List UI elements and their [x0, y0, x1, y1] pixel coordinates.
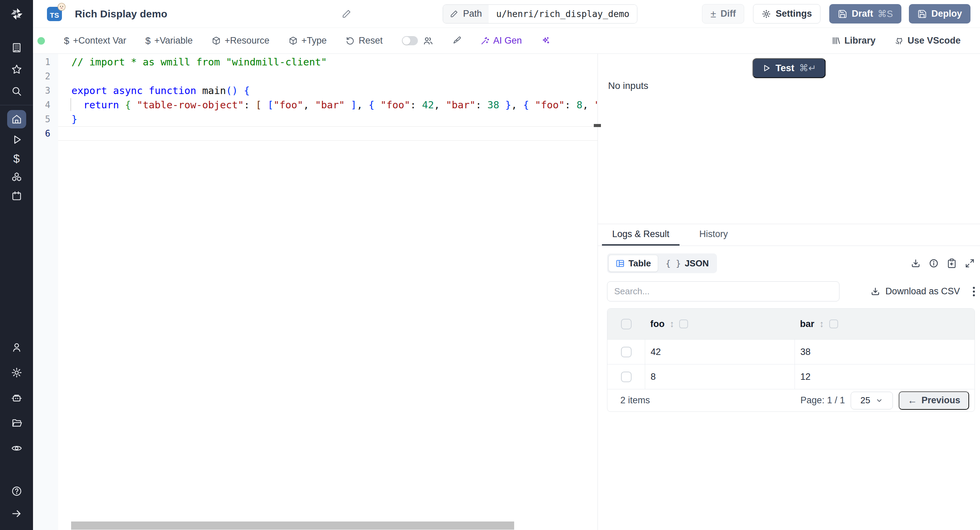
schedules-calendar-icon[interactable]: [9, 188, 24, 203]
reset-button[interactable]: Reset: [346, 35, 383, 46]
bar-filter-box[interactable]: [829, 319, 838, 328]
result-tabbar: Logs & Result History: [598, 224, 980, 246]
package-icon: [288, 36, 298, 45]
plus-minus-icon: ±: [711, 9, 716, 19]
workspaces-icon[interactable]: [9, 40, 24, 55]
column-header-foo: foo: [650, 319, 665, 329]
resources-cubes-icon[interactable]: [9, 170, 24, 185]
test-button[interactable]: Test ⌘↵: [752, 58, 826, 78]
editor-toolbar: $ +Context Var $ +Variable +Resource +Ty…: [33, 28, 980, 54]
table-menu-kebab-icon[interactable]: [973, 287, 975, 296]
dollar-icon: $: [145, 35, 151, 46]
gear-icon: [762, 9, 771, 19]
sparkles-icon: [541, 36, 550, 45]
code-editor[interactable]: 123456 // import * as wmill from "windmi…: [33, 54, 598, 530]
app-root: $: [0, 0, 980, 530]
status-dot: [37, 37, 45, 45]
user-icon[interactable]: [9, 340, 24, 355]
paintbrush-icon: [452, 36, 461, 45]
variables-dollar-icon[interactable]: $: [9, 151, 24, 166]
table-cell: 12: [795, 364, 975, 389]
table-row: 812: [608, 364, 975, 389]
settings-button[interactable]: Settings: [753, 4, 821, 24]
windmill-logo[interactable]: [0, 0, 33, 28]
row-checkbox[interactable]: [621, 347, 632, 357]
multiplayer-toggle[interactable]: [402, 36, 418, 45]
page-size-select[interactable]: 25: [851, 392, 893, 409]
foo-filter-box[interactable]: [679, 319, 688, 328]
run-section: Test ⌘↵ No inputs: [598, 54, 980, 224]
gutter: 123456: [33, 54, 58, 530]
diff-button[interactable]: ± Diff: [702, 4, 744, 24]
view-json-option[interactable]: { } JSON: [659, 255, 716, 272]
previous-page-button[interactable]: ← Previous: [899, 391, 969, 410]
sort-foo-icon[interactable]: ↕: [670, 319, 675, 329]
download-csv-button[interactable]: Download as CSV: [870, 286, 960, 297]
favorites-star-icon[interactable]: [9, 62, 24, 77]
sidebar-bottom-group: [9, 484, 24, 521]
code-lines: // import * as wmill from "windmill-clie…: [58, 54, 598, 530]
table-row: 4238: [608, 339, 975, 364]
add-type-button[interactable]: +Type: [288, 35, 327, 46]
runs-play-icon[interactable]: [9, 132, 24, 147]
reset-icon: [346, 36, 355, 45]
settings-gear-icon[interactable]: [9, 365, 24, 380]
code-line: }: [58, 112, 598, 126]
select-all-checkbox[interactable]: [621, 319, 632, 329]
table-cell: 8: [645, 364, 795, 389]
deploy-button[interactable]: Deploy: [909, 4, 970, 24]
code-line: [58, 126, 598, 140]
table-header: foo ↕ bar ↕: [608, 309, 975, 339]
format-button[interactable]: [452, 36, 461, 45]
tab-logs-result[interactable]: Logs & Result: [602, 224, 679, 246]
download-icon: [870, 286, 880, 296]
search-input[interactable]: [607, 281, 840, 302]
table-cell: 42: [645, 340, 795, 364]
row-checkbox[interactable]: [621, 372, 632, 382]
add-resource-button[interactable]: +Resource: [212, 35, 269, 46]
home-icon[interactable]: [7, 110, 26, 128]
expand-fullscreen-icon[interactable]: [965, 258, 975, 268]
info-icon[interactable]: [929, 258, 939, 268]
sparkles-button[interactable]: [541, 36, 550, 45]
main-area: TS Rich Display demo Path u/henri/rich_d…: [33, 0, 980, 530]
use-vscode-button[interactable]: Use VScode: [894, 35, 961, 46]
folders-icon[interactable]: [9, 415, 24, 431]
library-button[interactable]: Library: [831, 35, 875, 46]
code-line: return { "table-row-object": [ ["foo", "…: [58, 98, 598, 112]
result-table: foo ↕ bar ↕ 4238812 2: [607, 308, 975, 412]
users-icon: [423, 36, 433, 46]
search-icon[interactable]: [9, 84, 24, 99]
code-line: // import * as wmill from "windmill-clie…: [58, 55, 598, 69]
add-variable-button[interactable]: $ +Variable: [145, 35, 192, 46]
result-actions: [911, 258, 975, 268]
sort-bar-icon[interactable]: ↕: [819, 319, 824, 329]
edit-summary-pencil-icon[interactable]: [342, 9, 352, 19]
result-body: Table { } JSON: [598, 246, 980, 412]
expand-sidebar-icon[interactable]: [9, 506, 24, 521]
help-icon[interactable]: [9, 484, 24, 499]
indent-guide: [70, 98, 71, 111]
sidebar-main-group: $: [7, 110, 26, 203]
copy-to-clipboard-icon[interactable]: [947, 258, 957, 268]
package-icon: [212, 36, 221, 45]
table-icon: [616, 259, 625, 268]
path-field[interactable]: Path u/henri/rich_display_demo: [443, 5, 637, 24]
view-table-option[interactable]: Table: [608, 255, 658, 272]
tab-history[interactable]: History: [689, 224, 738, 246]
horizontal-scrollbar[interactable]: [71, 522, 514, 530]
add-context-var-button[interactable]: $ +Context Var: [64, 35, 126, 46]
content-row: 123456 // import * as wmill from "windmi…: [33, 54, 980, 530]
chevron-down-icon: [875, 397, 883, 404]
library-icon: [831, 36, 840, 45]
ai-gen-button[interactable]: AI Gen: [480, 35, 522, 46]
audit-eye-icon[interactable]: [9, 441, 24, 456]
table-footer: 2 items Page: 1 / 1 25 ← Previous: [608, 389, 975, 412]
sidebar-lower-group: [9, 340, 24, 456]
workers-robot-icon[interactable]: [9, 390, 24, 405]
magic-wand-icon: [480, 36, 490, 45]
download-result-icon[interactable]: [911, 258, 921, 268]
draft-button[interactable]: Draft ⌘S: [829, 4, 901, 24]
arrow-left-icon: ←: [907, 395, 917, 406]
dollar-icon: $: [64, 35, 69, 46]
